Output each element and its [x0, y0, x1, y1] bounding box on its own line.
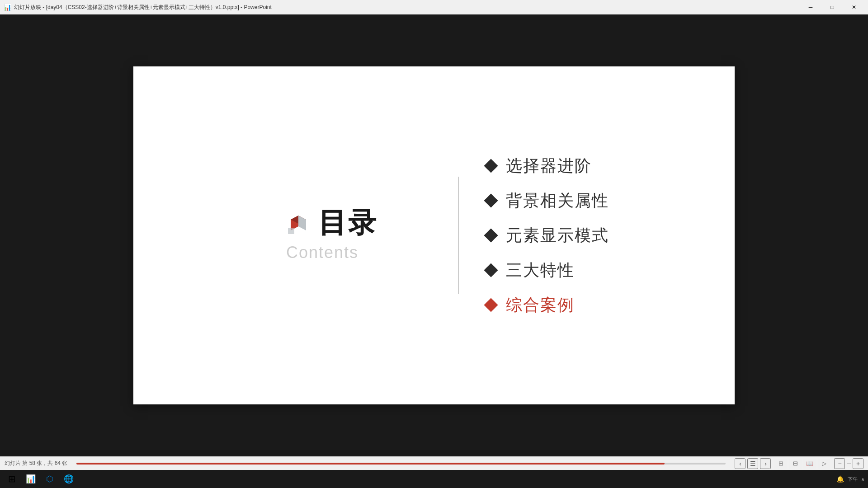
taskbar-right: 🔔 下午 ∧	[836, 475, 864, 483]
right-panel: 选择器进阶 背景相关属性 元素显示模式 三大特性	[486, 155, 609, 316]
zoom-controls: − ─ +	[834, 458, 863, 469]
slide-sorter-button[interactable]: ⊟	[789, 459, 802, 469]
diamond-icon-1	[484, 159, 498, 173]
next-slide-button[interactable]: ›	[760, 458, 771, 469]
restore-button[interactable]: □	[822, 0, 843, 14]
taskbar-left: ⊞ 📊 ⬡ 🌐	[4, 471, 77, 487]
main-title: 目录	[318, 209, 378, 237]
slide-info: 幻灯片 第 58 张，共 64 张	[5, 460, 67, 467]
taskbar-notification[interactable]: 🔔	[836, 475, 844, 483]
taskbar-time: 下午	[848, 476, 858, 483]
nav-controls: ‹ ☰ ›	[735, 458, 771, 469]
view-controls: ⊞ ⊟ 📖 ▷	[774, 459, 830, 469]
menu-label-2: 背景相关属性	[506, 190, 609, 212]
normal-view-button[interactable]: ⊞	[774, 459, 787, 469]
main-area: 目录 Contents 选择器进阶 背景相关属性	[0, 14, 868, 470]
taskbar-vscode[interactable]: ⬡	[42, 471, 58, 487]
title-logo-row: 目录	[286, 209, 378, 237]
svg-rect-3	[288, 228, 294, 234]
left-panel: 目录 Contents	[259, 209, 431, 262]
slideshow-button[interactable]: ▷	[818, 459, 830, 469]
menu-label-4: 三大特性	[506, 259, 575, 282]
prev-slide-button[interactable]: ‹	[735, 458, 745, 469]
slide: 目录 Contents 选择器进阶 背景相关属性	[133, 66, 735, 404]
taskbar: ⊞ 📊 ⬡ 🌐 🔔 下午 ∧	[0, 470, 868, 488]
close-button[interactable]: ✕	[844, 0, 864, 14]
diamond-icon-4	[484, 263, 498, 277]
sub-title: Contents	[286, 243, 359, 262]
titlebar-title: 幻灯片放映 - [day04（CSS02-选择器进阶+背景相关属性+元素显示模式…	[14, 4, 272, 11]
windows-start-button[interactable]: ⊞	[4, 471, 20, 487]
zoom-in-button[interactable]: +	[853, 458, 863, 469]
taskbar-powerpoint[interactable]: 📊	[23, 471, 39, 487]
zoom-out-button[interactable]: −	[834, 458, 845, 469]
progress-bar	[76, 463, 726, 465]
titlebar: 📊 幻灯片放映 - [day04（CSS02-选择器进阶+背景相关属性+元素显示…	[0, 0, 868, 14]
titlebar-controls: ─ □ ✕	[800, 0, 864, 14]
reading-view-button[interactable]: 📖	[803, 459, 816, 469]
cube-icon	[286, 211, 311, 235]
svg-marker-2	[298, 216, 306, 230]
menu-item-1: 选择器进阶	[486, 155, 609, 177]
progress-bar-fill	[76, 463, 665, 465]
divider	[458, 177, 459, 294]
diamond-icon-2	[484, 193, 498, 207]
menu-item-3: 元素显示模式	[486, 225, 609, 247]
menu-item-5-active: 综合案例	[486, 294, 609, 316]
menu-label-3: 元素显示模式	[506, 225, 609, 247]
menu-label-5-active: 综合案例	[506, 294, 575, 316]
zoom-level: ─	[847, 460, 851, 467]
titlebar-left: 📊 幻灯片放映 - [day04（CSS02-选择器进阶+背景相关属性+元素显示…	[4, 4, 272, 11]
menu-item-4: 三大特性	[486, 259, 609, 282]
app-icon: 📊	[4, 4, 11, 11]
slide-list-button[interactable]: ☰	[747, 458, 758, 469]
diamond-icon-5-active	[484, 298, 498, 312]
menu-label-1: 选择器进阶	[506, 155, 592, 177]
slide-canvas: 目录 Contents 选择器进阶 背景相关属性	[0, 14, 868, 456]
slide-content: 目录 Contents 选择器进阶 背景相关属性	[133, 66, 735, 404]
taskbar-expand[interactable]: ∧	[861, 477, 864, 482]
diamond-icon-3	[484, 228, 498, 242]
minimize-button[interactable]: ─	[800, 0, 821, 14]
taskbar-chrome[interactable]: 🌐	[61, 471, 77, 487]
bottom-bar: 幻灯片 第 58 张，共 64 张 ‹ ☰ › ⊞ ⊟ 📖 ▷ − ─ +	[0, 456, 868, 470]
menu-item-2: 背景相关属性	[486, 190, 609, 212]
bottom-controls: ‹ ☰ › ⊞ ⊟ 📖 ▷ − ─ +	[735, 458, 863, 469]
